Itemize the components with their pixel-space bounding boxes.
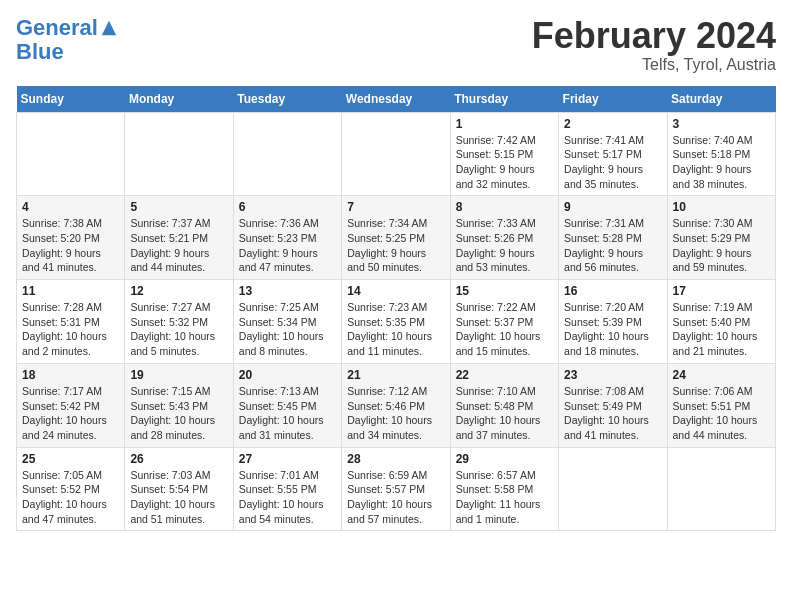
day-number: 25: [22, 452, 119, 466]
svg-marker-0: [102, 21, 116, 35]
day-detail: Sunrise: 7:19 AM Sunset: 5:40 PM Dayligh…: [673, 300, 770, 359]
day-number: 26: [130, 452, 227, 466]
day-cell: 14Sunrise: 7:23 AM Sunset: 5:35 PM Dayli…: [342, 280, 450, 364]
day-cell: 16Sunrise: 7:20 AM Sunset: 5:39 PM Dayli…: [559, 280, 667, 364]
logo-text: General: [16, 16, 98, 40]
day-detail: Sunrise: 7:36 AM Sunset: 5:23 PM Dayligh…: [239, 216, 336, 275]
calendar-title: February 2024: [532, 16, 776, 56]
day-cell: 28Sunrise: 6:59 AM Sunset: 5:57 PM Dayli…: [342, 447, 450, 531]
column-header-monday: Monday: [125, 86, 233, 113]
day-cell: 20Sunrise: 7:13 AM Sunset: 5:45 PM Dayli…: [233, 363, 341, 447]
logo: General Blue: [16, 16, 118, 64]
day-cell: 17Sunrise: 7:19 AM Sunset: 5:40 PM Dayli…: [667, 280, 775, 364]
day-detail: Sunrise: 7:05 AM Sunset: 5:52 PM Dayligh…: [22, 468, 119, 527]
day-number: 24: [673, 368, 770, 382]
day-detail: Sunrise: 7:30 AM Sunset: 5:29 PM Dayligh…: [673, 216, 770, 275]
day-cell: 29Sunrise: 6:57 AM Sunset: 5:58 PM Dayli…: [450, 447, 558, 531]
day-detail: Sunrise: 7:34 AM Sunset: 5:25 PM Dayligh…: [347, 216, 444, 275]
day-cell: 6Sunrise: 7:36 AM Sunset: 5:23 PM Daylig…: [233, 196, 341, 280]
day-cell: 21Sunrise: 7:12 AM Sunset: 5:46 PM Dayli…: [342, 363, 450, 447]
day-detail: Sunrise: 7:17 AM Sunset: 5:42 PM Dayligh…: [22, 384, 119, 443]
column-header-sunday: Sunday: [17, 86, 125, 113]
day-number: 9: [564, 200, 661, 214]
day-detail: Sunrise: 7:38 AM Sunset: 5:20 PM Dayligh…: [22, 216, 119, 275]
day-detail: Sunrise: 7:28 AM Sunset: 5:31 PM Dayligh…: [22, 300, 119, 359]
day-number: 19: [130, 368, 227, 382]
day-cell: 18Sunrise: 7:17 AM Sunset: 5:42 PM Dayli…: [17, 363, 125, 447]
day-cell: 25Sunrise: 7:05 AM Sunset: 5:52 PM Dayli…: [17, 447, 125, 531]
day-detail: Sunrise: 7:41 AM Sunset: 5:17 PM Dayligh…: [564, 133, 661, 192]
calendar-table: SundayMondayTuesdayWednesdayThursdayFrid…: [16, 86, 776, 532]
day-cell: [667, 447, 775, 531]
day-cell: 19Sunrise: 7:15 AM Sunset: 5:43 PM Dayli…: [125, 363, 233, 447]
day-cell: 9Sunrise: 7:31 AM Sunset: 5:28 PM Daylig…: [559, 196, 667, 280]
day-detail: Sunrise: 7:23 AM Sunset: 5:35 PM Dayligh…: [347, 300, 444, 359]
day-number: 6: [239, 200, 336, 214]
column-header-thursday: Thursday: [450, 86, 558, 113]
day-number: 4: [22, 200, 119, 214]
day-cell: 24Sunrise: 7:06 AM Sunset: 5:51 PM Dayli…: [667, 363, 775, 447]
day-cell: 1Sunrise: 7:42 AM Sunset: 5:15 PM Daylig…: [450, 112, 558, 196]
header: General Blue February 2024 Telfs, Tyrol,…: [16, 16, 776, 74]
day-detail: Sunrise: 7:27 AM Sunset: 5:32 PM Dayligh…: [130, 300, 227, 359]
day-detail: Sunrise: 7:12 AM Sunset: 5:46 PM Dayligh…: [347, 384, 444, 443]
day-number: 5: [130, 200, 227, 214]
day-cell: 7Sunrise: 7:34 AM Sunset: 5:25 PM Daylig…: [342, 196, 450, 280]
day-cell: [559, 447, 667, 531]
day-number: 23: [564, 368, 661, 382]
day-cell: [342, 112, 450, 196]
day-detail: Sunrise: 6:59 AM Sunset: 5:57 PM Dayligh…: [347, 468, 444, 527]
day-cell: 22Sunrise: 7:10 AM Sunset: 5:48 PM Dayli…: [450, 363, 558, 447]
day-cell: 12Sunrise: 7:27 AM Sunset: 5:32 PM Dayli…: [125, 280, 233, 364]
day-detail: Sunrise: 7:20 AM Sunset: 5:39 PM Dayligh…: [564, 300, 661, 359]
day-detail: Sunrise: 7:25 AM Sunset: 5:34 PM Dayligh…: [239, 300, 336, 359]
day-number: 21: [347, 368, 444, 382]
week-row-2: 4Sunrise: 7:38 AM Sunset: 5:20 PM Daylig…: [17, 196, 776, 280]
day-cell: [125, 112, 233, 196]
day-number: 22: [456, 368, 553, 382]
logo-blue: Blue: [16, 40, 118, 64]
day-cell: [17, 112, 125, 196]
day-number: 18: [22, 368, 119, 382]
day-number: 14: [347, 284, 444, 298]
column-headers: SundayMondayTuesdayWednesdayThursdayFrid…: [17, 86, 776, 113]
title-area: February 2024 Telfs, Tyrol, Austria: [532, 16, 776, 74]
day-number: 11: [22, 284, 119, 298]
day-detail: Sunrise: 7:13 AM Sunset: 5:45 PM Dayligh…: [239, 384, 336, 443]
day-detail: Sunrise: 7:10 AM Sunset: 5:48 PM Dayligh…: [456, 384, 553, 443]
week-row-5: 25Sunrise: 7:05 AM Sunset: 5:52 PM Dayli…: [17, 447, 776, 531]
day-number: 29: [456, 452, 553, 466]
day-cell: 27Sunrise: 7:01 AM Sunset: 5:55 PM Dayli…: [233, 447, 341, 531]
day-detail: Sunrise: 7:15 AM Sunset: 5:43 PM Dayligh…: [130, 384, 227, 443]
day-number: 1: [456, 117, 553, 131]
day-detail: Sunrise: 7:03 AM Sunset: 5:54 PM Dayligh…: [130, 468, 227, 527]
week-row-4: 18Sunrise: 7:17 AM Sunset: 5:42 PM Dayli…: [17, 363, 776, 447]
day-cell: 11Sunrise: 7:28 AM Sunset: 5:31 PM Dayli…: [17, 280, 125, 364]
column-header-wednesday: Wednesday: [342, 86, 450, 113]
day-detail: Sunrise: 7:42 AM Sunset: 5:15 PM Dayligh…: [456, 133, 553, 192]
day-cell: 26Sunrise: 7:03 AM Sunset: 5:54 PM Dayli…: [125, 447, 233, 531]
day-detail: Sunrise: 7:01 AM Sunset: 5:55 PM Dayligh…: [239, 468, 336, 527]
calendar-location: Telfs, Tyrol, Austria: [532, 56, 776, 74]
day-number: 8: [456, 200, 553, 214]
column-header-friday: Friday: [559, 86, 667, 113]
day-number: 2: [564, 117, 661, 131]
week-row-3: 11Sunrise: 7:28 AM Sunset: 5:31 PM Dayli…: [17, 280, 776, 364]
day-detail: Sunrise: 7:40 AM Sunset: 5:18 PM Dayligh…: [673, 133, 770, 192]
column-header-tuesday: Tuesday: [233, 86, 341, 113]
day-detail: Sunrise: 6:57 AM Sunset: 5:58 PM Dayligh…: [456, 468, 553, 527]
day-cell: 5Sunrise: 7:37 AM Sunset: 5:21 PM Daylig…: [125, 196, 233, 280]
column-header-saturday: Saturday: [667, 86, 775, 113]
day-cell: 2Sunrise: 7:41 AM Sunset: 5:17 PM Daylig…: [559, 112, 667, 196]
day-number: 16: [564, 284, 661, 298]
day-detail: Sunrise: 7:33 AM Sunset: 5:26 PM Dayligh…: [456, 216, 553, 275]
day-detail: Sunrise: 7:06 AM Sunset: 5:51 PM Dayligh…: [673, 384, 770, 443]
day-cell: 23Sunrise: 7:08 AM Sunset: 5:49 PM Dayli…: [559, 363, 667, 447]
day-cell: 8Sunrise: 7:33 AM Sunset: 5:26 PM Daylig…: [450, 196, 558, 280]
day-detail: Sunrise: 7:22 AM Sunset: 5:37 PM Dayligh…: [456, 300, 553, 359]
day-detail: Sunrise: 7:08 AM Sunset: 5:49 PM Dayligh…: [564, 384, 661, 443]
day-cell: [233, 112, 341, 196]
day-cell: 15Sunrise: 7:22 AM Sunset: 5:37 PM Dayli…: [450, 280, 558, 364]
day-number: 12: [130, 284, 227, 298]
day-cell: 3Sunrise: 7:40 AM Sunset: 5:18 PM Daylig…: [667, 112, 775, 196]
